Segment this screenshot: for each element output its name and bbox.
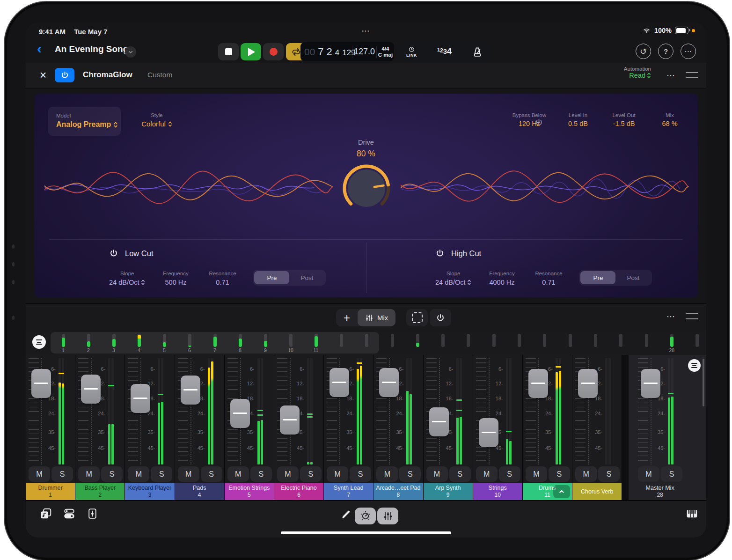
overview-slot[interactable] bbox=[616, 334, 626, 353]
solo-button[interactable]: S bbox=[250, 466, 272, 482]
track-name-tab-master-mix[interactable]: Master Mix28 bbox=[635, 483, 685, 500]
overview-slot-8[interactable]: 8 bbox=[227, 332, 253, 354]
track-name-tab-emotion-strings[interactable]: Emotion Strings5 bbox=[225, 483, 274, 500]
overview-slot-4[interactable]: 4 bbox=[126, 332, 152, 354]
volume-fader[interactable] bbox=[528, 369, 548, 398]
high-cut-resonance[interactable]: Resonance 0.71 bbox=[532, 271, 565, 286]
low-cut-power-button[interactable] bbox=[109, 249, 118, 258]
overview-slot[interactable] bbox=[642, 334, 651, 353]
back-button[interactable]: ‹ bbox=[37, 41, 47, 57]
solo-button[interactable]: S bbox=[549, 466, 570, 482]
mute-button[interactable]: M bbox=[327, 466, 348, 482]
more-options-button[interactable]: ⋯ bbox=[681, 44, 696, 59]
overview-slot[interactable] bbox=[489, 334, 498, 353]
low-cut-slope[interactable]: Slope 24 dB/Oct bbox=[109, 271, 145, 286]
track-name-tab-keyboard-player[interactable]: Keyboard Player3 bbox=[125, 483, 174, 500]
overview-filter-button[interactable] bbox=[32, 335, 46, 349]
mute-button[interactable]: M bbox=[575, 466, 597, 482]
mute-button[interactable]: M bbox=[476, 466, 498, 482]
plugin-drag-handle[interactable] bbox=[686, 72, 698, 78]
track-name-tab-chorus-verb[interactable]: Chorus Verb bbox=[572, 483, 622, 500]
mute-button[interactable]: M bbox=[526, 466, 547, 482]
overview-slot[interactable] bbox=[388, 334, 397, 353]
plugin-param-bypass-below[interactable]: Bypass Below120 Hz bbox=[512, 112, 546, 127]
overview-slot[interactable] bbox=[413, 334, 422, 353]
overview-visible-range[interactable]: 1234567891011 bbox=[51, 332, 379, 354]
style-selector[interactable]: Style Colorful bbox=[128, 112, 186, 128]
song-title[interactable]: An Evening Song bbox=[55, 44, 128, 54]
overview-slot[interactable] bbox=[354, 332, 379, 354]
mixer-drag-handle[interactable] bbox=[686, 313, 698, 319]
overview-slot[interactable] bbox=[464, 334, 473, 353]
overview-slot-2[interactable]: 2 bbox=[76, 332, 101, 354]
overview-slot-7[interactable]: 7 bbox=[202, 332, 227, 354]
high-cut-frequency[interactable]: Frequency 4000 Hz bbox=[485, 271, 518, 286]
plugin-param-level-out[interactable]: Level Out-1.5 dB bbox=[610, 112, 638, 127]
overview-slot[interactable] bbox=[565, 334, 575, 353]
solo-button[interactable]: S bbox=[201, 466, 222, 482]
volume-fader[interactable] bbox=[31, 369, 51, 398]
song-title-menu-button[interactable] bbox=[125, 46, 136, 58]
mute-button[interactable]: M bbox=[426, 466, 448, 482]
volume-fader[interactable] bbox=[230, 399, 250, 428]
overview-slot[interactable] bbox=[591, 334, 600, 353]
low-cut-resonance[interactable]: Resonance 0.71 bbox=[206, 271, 239, 286]
overview-slot-28[interactable]: 28 bbox=[667, 334, 676, 353]
pre-button[interactable]: Pre bbox=[254, 271, 289, 284]
track-name-tab-arcade-eet-pad[interactable]: Arcade…eet Pad8 bbox=[373, 483, 423, 500]
lcd-display[interactable]: 00 7 2 4 129 127.0 4/4 C maj bbox=[300, 42, 394, 61]
track-name-tab-drums[interactable]: Drums11 bbox=[523, 483, 572, 500]
solo-button[interactable]: S bbox=[399, 466, 421, 482]
track-name-tab-drummer[interactable]: Drummer1 bbox=[26, 483, 75, 500]
master-filter-button[interactable] bbox=[688, 359, 701, 372]
record-button[interactable] bbox=[263, 43, 284, 60]
mute-button[interactable]: M bbox=[376, 466, 398, 482]
solo-button[interactable]: S bbox=[51, 466, 73, 482]
overview-slot[interactable] bbox=[515, 334, 524, 353]
overview-slot-3[interactable]: 3 bbox=[101, 332, 126, 354]
overview-slot[interactable] bbox=[540, 334, 549, 353]
solo-button[interactable]: S bbox=[101, 466, 123, 482]
pencil-tool-button[interactable] bbox=[341, 509, 351, 522]
overview-slot-6[interactable]: 6 bbox=[177, 332, 202, 354]
collapse-stack-button[interactable] bbox=[553, 485, 570, 498]
volume-fader[interactable] bbox=[479, 418, 498, 447]
link-button[interactable]: LINK bbox=[406, 46, 417, 58]
mixer-view-button[interactable] bbox=[377, 508, 398, 524]
solo-button[interactable]: S bbox=[300, 466, 322, 482]
mute-button[interactable]: M bbox=[227, 466, 249, 482]
volume-fader[interactable] bbox=[578, 369, 598, 398]
volume-fader[interactable] bbox=[329, 368, 349, 397]
solo-button[interactable]: S bbox=[499, 466, 520, 482]
overview-slot-5[interactable]: 5 bbox=[152, 332, 177, 354]
track-power-button[interactable] bbox=[430, 309, 451, 326]
track-name-tab-bass-player[interactable]: Bass Player2 bbox=[75, 483, 124, 500]
count-in-button[interactable]: 1234 bbox=[437, 47, 452, 57]
volume-fader[interactable] bbox=[181, 376, 200, 405]
metronome-icon[interactable] bbox=[472, 46, 483, 58]
overview-slot[interactable] bbox=[693, 334, 702, 353]
post-button[interactable]: Post bbox=[615, 271, 651, 284]
track-name-tab-synth-lead[interactable]: Synth Lead7 bbox=[324, 483, 373, 500]
high-cut-slope[interactable]: Slope 24 dB/Oct bbox=[435, 271, 471, 286]
solo-button[interactable]: S bbox=[598, 466, 620, 482]
volume-fader[interactable] bbox=[131, 384, 150, 413]
overview-slot-10[interactable]: 10 bbox=[278, 332, 303, 354]
controls-toggle-button[interactable] bbox=[63, 508, 75, 522]
track-name-tab-strings[interactable]: Strings10 bbox=[473, 483, 522, 500]
high-cut-power-button[interactable] bbox=[435, 249, 445, 258]
mixer-scrollbar[interactable] bbox=[703, 359, 704, 406]
volume-fader[interactable] bbox=[379, 368, 399, 397]
multitasking-dots-icon[interactable]: ••• bbox=[362, 28, 370, 34]
plugin-more-button[interactable]: ⋯ bbox=[666, 70, 675, 81]
marquee-select-button[interactable] bbox=[406, 309, 428, 326]
plugin-preset[interactable]: Custom bbox=[147, 71, 172, 79]
mute-button[interactable]: M bbox=[128, 466, 149, 482]
mute-button[interactable]: M bbox=[78, 466, 100, 482]
mute-button[interactable]: M bbox=[277, 466, 299, 482]
overview-slot[interactable] bbox=[329, 332, 354, 354]
volume-fader[interactable] bbox=[429, 407, 449, 436]
solo-button[interactable]: S bbox=[350, 466, 371, 482]
model-selector[interactable]: Model Analog Preamp bbox=[48, 107, 121, 136]
help-button[interactable]: ? bbox=[658, 44, 673, 59]
